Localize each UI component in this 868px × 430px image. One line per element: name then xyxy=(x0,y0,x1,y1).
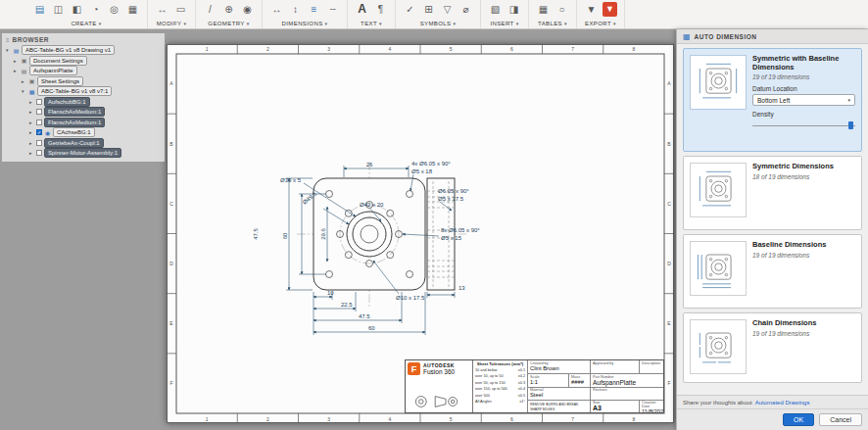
front-view[interactable] xyxy=(313,178,425,290)
expander-icon[interactable]: ▸ xyxy=(29,119,34,125)
output-sheet-icon[interactable]: ▼ xyxy=(584,2,599,17)
dim-label[interactable]: 10 xyxy=(327,290,334,296)
insert-menu[interactable]: INSERT▾ xyxy=(490,21,518,26)
dim-label[interactable]: 29.6 xyxy=(320,228,326,240)
create-menu[interactable]: CREATE▾ xyxy=(71,21,101,26)
expander-icon[interactable]: ▸ xyxy=(29,109,34,115)
insert-dwg-icon[interactable]: ◨ xyxy=(506,2,521,17)
dim-label[interactable]: 13 xyxy=(458,285,465,291)
expander-icon[interactable]: ▸ xyxy=(14,68,19,73)
browser-item-component[interactable]: ▸ AufschubBG:1 xyxy=(4,97,163,108)
auxiliary-view-icon[interactable]: ◧ xyxy=(70,2,84,17)
callout-label[interactable]: 8x Ø6.05 x 90° xyxy=(441,227,480,233)
visibility-checkbox[interactable] xyxy=(36,150,42,156)
leader-text-icon[interactable]: ¶ xyxy=(373,2,388,17)
diameter-symbol-icon[interactable]: ⌀ xyxy=(458,2,473,17)
expander-icon[interactable]: ▾ xyxy=(22,88,26,94)
feature-control-frame-icon[interactable]: ⊞ xyxy=(421,2,436,17)
tables-menu[interactable]: TABLES▾ xyxy=(538,21,567,26)
callout-label[interactable]: Ø6.05 x 90° xyxy=(438,188,469,194)
browser-item-drawing-root[interactable]: ▾ ▤ ABC-Table-BG v1 v8 Drawing v1 xyxy=(4,45,163,56)
expander-icon[interactable]: ▸ xyxy=(14,58,19,64)
dim-label[interactable]: 47.5 xyxy=(253,228,259,240)
break-alignment-icon[interactable]: ▭ xyxy=(173,2,188,17)
drawing-sheet[interactable]: 1122334455667788AABBCCDDEEFF xyxy=(167,44,674,423)
browser-item-aufspannplatte[interactable]: ▸ ▤ AufspannPlatte xyxy=(4,66,163,76)
browser-item-component[interactable]: ▸ FlanschAxMedium:1 xyxy=(4,107,163,118)
dim-label[interactable]: 47.5 xyxy=(359,313,370,319)
callout-label[interactable]: Ø5 x 18 xyxy=(411,168,433,174)
ordinate-dimension-icon[interactable]: ↕ xyxy=(288,2,303,17)
datum-identifier-icon[interactable]: ▽ xyxy=(440,2,455,17)
center-mark-pattern-icon[interactable]: ◉ xyxy=(240,2,255,17)
browser-item-document-settings[interactable]: ▸ ▣ Document Settings xyxy=(4,56,163,67)
callout-label[interactable]: 4x Ø6.05 x 90° xyxy=(411,161,451,167)
dimension-icon[interactable]: ↔ xyxy=(269,2,284,17)
cancel-button[interactable]: Cancel xyxy=(819,413,862,426)
move-icon[interactable]: ↔ xyxy=(155,2,169,17)
callout-label[interactable]: Ø30 x 5 xyxy=(280,177,302,183)
callout-label[interactable]: Ø5 x 17.5 xyxy=(438,196,464,202)
export-menu[interactable]: EXPORT▾ xyxy=(585,21,616,26)
visibility-checkbox[interactable] xyxy=(36,109,42,115)
expander-icon[interactable]: ▸ xyxy=(22,78,26,84)
dim-label[interactable]: 22.5 xyxy=(341,302,353,308)
chain-dimension-icon[interactable]: ╌ xyxy=(325,2,340,17)
dim-label[interactable]: 60 xyxy=(368,325,375,331)
centerline-icon[interactable]: / xyxy=(203,2,217,17)
browser-item-component[interactable]: ▸ GetriebeAx-Coupl:1 xyxy=(4,138,163,149)
projected-view-icon[interactable]: ◫ xyxy=(51,2,66,17)
balloon-icon[interactable]: ○ xyxy=(555,2,569,17)
grid-row-label: F xyxy=(169,380,172,386)
geometry-menu[interactable]: GEOMETRY▾ xyxy=(208,21,249,26)
expander-icon[interactable]: ▸ xyxy=(29,129,34,135)
datum-location-select[interactable]: Bottom Left ▾ xyxy=(752,94,855,106)
expander-icon[interactable]: ▾ xyxy=(6,47,11,53)
browser-item-assembly[interactable]: ▾ ▦ ABC-Table-BG v1 v8 v7:1 xyxy=(4,86,163,97)
visibility-checkbox-checked[interactable]: ✓ xyxy=(36,129,42,135)
slider-handle[interactable] xyxy=(848,121,853,129)
base-view-icon[interactable]: ▤ xyxy=(32,2,47,17)
visibility-checkbox[interactable] xyxy=(36,119,42,125)
table-icon[interactable]: ▦ xyxy=(536,2,551,17)
card-chain[interactable]: Chain Dimensions 19 of 19 dimensions xyxy=(683,312,862,383)
symbols-menu[interactable]: SYMBOLS▾ xyxy=(420,21,457,26)
card-symmetric-baseline[interactable]: Symmetric with Baseline Dimensions 19 of… xyxy=(683,48,862,152)
callout-label[interactable]: Ø5 x 15 xyxy=(441,235,462,241)
expander-icon[interactable]: ▸ xyxy=(29,150,34,156)
browser-item-component[interactable]: ▸ FlanschAxMedium:1 xyxy=(4,118,163,128)
section-view-icon[interactable]: ◔ xyxy=(88,2,103,17)
text-icon[interactable]: A xyxy=(355,2,369,17)
card-symmetric[interactable]: Symmetric Dimensions 18 of 19 dimensions xyxy=(683,156,862,230)
dim-label[interactable]: 60 xyxy=(282,232,288,239)
callout-label[interactable]: Ø10 x 17.5 xyxy=(396,295,425,301)
density-slider[interactable] xyxy=(752,121,855,129)
plate-outline xyxy=(313,178,425,290)
browser-item-cachsebg[interactable]: ▸ ✓ ◉ CAchseBG:1 xyxy=(4,127,163,138)
center-mark-icon[interactable]: ⊕ xyxy=(221,2,236,17)
insert-image-icon[interactable]: ▧ xyxy=(488,2,503,17)
dim-label[interactable]: 26 xyxy=(366,162,373,167)
automated-drawings-link[interactable]: Automated Drawings xyxy=(755,400,810,406)
export-pdf-icon[interactable]: ▼ xyxy=(603,2,617,17)
callout-label[interactable]: Ø42 x 20 xyxy=(360,202,384,208)
browser-header[interactable]: ≡ BROWSER xyxy=(4,34,163,45)
browser-item-sheet-settings[interactable]: ▸ ▣ Sheet Settings xyxy=(4,76,163,87)
ok-button[interactable]: OK xyxy=(783,413,814,426)
text-menu[interactable]: TEXT▾ xyxy=(361,21,382,26)
visibility-checkbox[interactable] xyxy=(36,140,42,146)
drawing-canvas[interactable]: 1122334455667788AABBCCDDEEFF xyxy=(0,29,868,430)
dimensions-menu[interactable]: DIMENSIONS▾ xyxy=(282,21,328,26)
browser-item-component[interactable]: ▸ Spinner-Motor-Assembly:1 xyxy=(4,148,163,159)
detail-view-icon[interactable]: ◎ xyxy=(107,2,121,17)
expander-icon[interactable]: ▸ xyxy=(29,140,34,146)
auto-dimension-icon[interactable]: ≡ xyxy=(307,2,321,17)
surface-texture-icon[interactable]: ✓ xyxy=(403,2,417,17)
auto-dimension-header[interactable]: ▦ AUTO DIMENSION xyxy=(677,29,868,44)
modify-menu[interactable]: MODIFY▾ xyxy=(157,21,187,26)
expander-icon[interactable]: ▸ xyxy=(29,99,34,105)
panel-grip-icon[interactable]: ≡ xyxy=(6,37,10,43)
card-baseline[interactable]: Baseline Dimensions 19 of 19 dimensions xyxy=(683,234,862,309)
visibility-checkbox[interactable] xyxy=(36,99,42,105)
break-view-icon[interactable]: ▦ xyxy=(125,2,140,17)
